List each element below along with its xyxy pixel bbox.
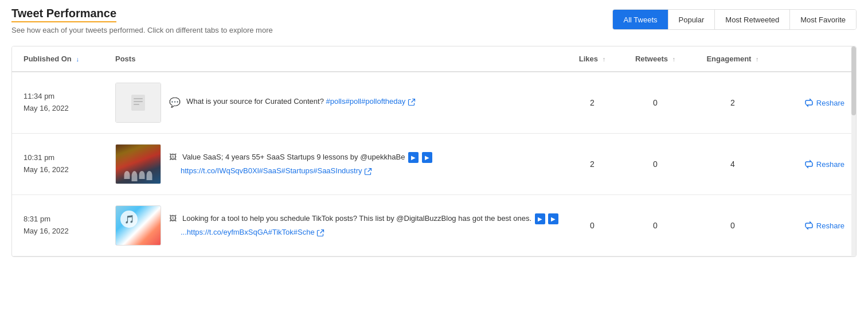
table-row: 11:34 pm May 16, 2022 <box>12 72 856 134</box>
svg-rect-1 <box>134 98 143 99</box>
post-type-icon-2: 🖼 <box>169 151 177 163</box>
header: Tweet Performance See how each of your t… <box>11 7 857 34</box>
title-section: Tweet Performance See how each of your t… <box>11 7 273 34</box>
reshare-icon-3 <box>804 221 814 230</box>
thumbnail-placeholder <box>116 83 161 122</box>
reshare-button-3[interactable]: Reshare <box>804 221 844 230</box>
cell-action-1: Reshare <box>776 98 844 107</box>
cell-retweets-3: 0 <box>621 221 690 230</box>
post-type-icon-1: 💬 <box>169 96 181 110</box>
play-badge-1: ▶ <box>408 152 419 163</box>
col-header-likes[interactable]: Likes ↑ <box>564 55 621 63</box>
tab-group: All Tweets Popular Most Retweeted Most F… <box>612 9 857 30</box>
main-container: Tweet Performance See how each of your t… <box>0 0 868 323</box>
sort-arrow-engagement: ↑ <box>756 56 759 63</box>
tab-most-retweeted[interactable]: Most Retweeted <box>715 10 790 29</box>
post-type-icon-3: 🖼 <box>169 213 177 224</box>
sort-arrow-retweets: ↑ <box>672 56 676 63</box>
cell-engagement-3: 0 <box>690 221 776 230</box>
post-text-row-3: 🖼 Looking for a tool to help you schedul… <box>169 213 564 224</box>
cell-action-2: Reshare <box>776 159 844 169</box>
table-header: Published On ↓ Posts Likes ↑ Retweets ↑ … <box>12 46 856 72</box>
post-thumbnail-1 <box>115 83 161 123</box>
play-badge-2: ▶ <box>422 152 432 163</box>
cell-likes-2: 2 <box>564 159 621 169</box>
post-thumbnail-2 <box>115 144 161 184</box>
subtitle: See how each of your tweets performed. C… <box>11 26 273 34</box>
thumbnail-image-2 <box>116 145 161 184</box>
post-text-row-2: 🖼 Value SaaS; 4 years 55+ SaaS Startups … <box>169 151 564 163</box>
thumbnail-image-3: 🎵 <box>116 206 161 245</box>
post-link-3[interactable]: ...https://t.co/eyfmBxSqGA#TikTok#Sche <box>181 228 316 236</box>
col-header-posts: Posts <box>115 55 564 63</box>
reshare-icon-1 <box>804 98 814 107</box>
tab-popular[interactable]: Popular <box>668 10 715 29</box>
post-content-2: 🖼 Value SaaS; 4 years 55+ SaaS Startups … <box>169 151 564 177</box>
external-link-icon-2[interactable] <box>364 168 372 176</box>
doc-icon <box>128 92 148 113</box>
svg-rect-0 <box>131 95 145 111</box>
sort-arrow-likes: ↑ <box>603 56 606 63</box>
cell-published-2: 10:31 pm May 16, 2022 <box>24 152 115 176</box>
tab-most-favorite[interactable]: Most Favorite <box>790 10 856 29</box>
col-header-engagement[interactable]: Engagement ↑ <box>690 55 776 63</box>
cell-published-1: 11:34 pm May 16, 2022 <box>24 91 115 115</box>
scrollbar[interactable] <box>851 46 856 256</box>
cell-posts-3: 🎵 🖼 Looking for a tool to help you sched… <box>115 205 564 246</box>
svg-rect-2 <box>134 101 143 102</box>
post-text-row-1: 💬 What is your source for Curated Conten… <box>169 96 564 110</box>
reshare-button-2[interactable]: Reshare <box>804 159 844 169</box>
cell-published-3: 8:31 pm May 16, 2022 <box>24 213 115 238</box>
cell-likes-1: 2 <box>564 98 621 107</box>
cell-action-3: Reshare <box>776 221 844 230</box>
cell-retweets-1: 0 <box>621 98 690 107</box>
svg-rect-3 <box>134 104 139 105</box>
cell-engagement-2: 4 <box>690 159 776 169</box>
cell-posts-2: 🖼 Value SaaS; 4 years 55+ SaaS Startups … <box>115 144 564 184</box>
cell-retweets-2: 0 <box>621 159 690 169</box>
col-header-published[interactable]: Published On ↓ <box>24 55 115 63</box>
tweet-table: Published On ↓ Posts Likes ↑ Retweets ↑ … <box>11 46 857 257</box>
cell-posts-1: 💬 What is your source for Curated Conten… <box>115 83 564 123</box>
sort-arrow-published: ↓ <box>76 56 79 63</box>
page-title: Tweet Performance <box>11 7 116 22</box>
external-link-icon-3[interactable] <box>316 229 324 237</box>
cell-likes-3: 0 <box>564 221 621 230</box>
table-row: 10:31 pm May 16, 2022 <box>12 134 856 195</box>
external-link-icon-1[interactable] <box>408 98 416 106</box>
reshare-icon-2 <box>804 159 814 169</box>
play-badge-4: ▶ <box>548 213 558 224</box>
hashtags-1[interactable]: #polls#poll#polloftheday <box>326 97 406 106</box>
post-link-2[interactable]: https://t.co/IWqSqvB0Xl#SaaS#Startups#Sa… <box>181 166 362 175</box>
tab-all-tweets[interactable]: All Tweets <box>613 10 668 29</box>
post-thumbnail-3: 🎵 <box>115 205 161 246</box>
reshare-button-1[interactable]: Reshare <box>804 98 844 107</box>
play-badge-3: ▶ <box>535 213 545 224</box>
cell-engagement-1: 2 <box>690 98 776 107</box>
post-content-3: 🖼 Looking for a tool to help you schedul… <box>169 213 564 238</box>
scrollbar-thumb[interactable] <box>851 46 856 115</box>
post-content-1: 💬 What is your source for Curated Conten… <box>169 96 564 110</box>
col-header-retweets[interactable]: Retweets ↑ <box>621 55 690 63</box>
table-row: 8:31 pm May 16, 2022 🎵 🖼 Looking for a t… <box>12 195 856 256</box>
